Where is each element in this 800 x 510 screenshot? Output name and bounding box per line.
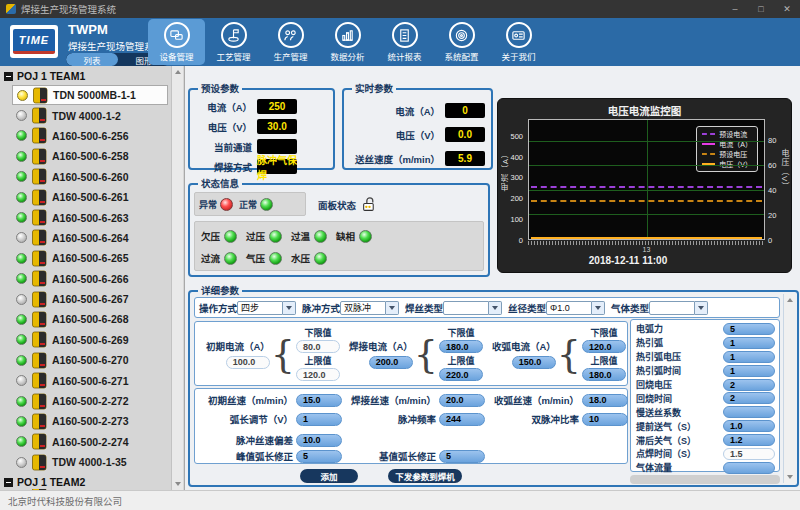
welder-icon <box>33 87 48 104</box>
param-field[interactable]: 1 <box>296 413 342 426</box>
device-status-led-icon <box>16 416 27 427</box>
type-dropdown[interactable]: 焊丝类型 <box>405 301 502 315</box>
about-us-icon <box>506 22 532 48</box>
nav-data-analysis[interactable]: 数据分析 <box>319 19 376 65</box>
param-field[interactable]: 1 <box>723 337 775 349</box>
param-field[interactable]: 18.0 <box>582 394 628 407</box>
list-item[interactable]: A160-500-6-263 <box>12 207 168 227</box>
scroll-up-icon[interactable] <box>175 70 181 74</box>
list-item[interactable]: A160-500-6-258 <box>12 146 168 166</box>
upper-limit-field[interactable]: 120.0 <box>296 368 340 381</box>
param-row: 回烧时间 2 <box>631 391 779 405</box>
param-value-display: 250 <box>257 99 297 114</box>
param-field[interactable]: 1.2 <box>723 434 775 446</box>
panel-status-label: 面板状态 <box>318 198 356 212</box>
list-item[interactable]: A160-500-6-268 <box>12 309 168 329</box>
nav-statistics-report[interactable]: 统计报表 <box>376 19 433 65</box>
type-dropdown[interactable]: 丝径类型 Φ1.0 <box>508 301 605 315</box>
send-params-button[interactable]: 下发参数到焊机 <box>388 469 462 483</box>
dropdown-arrow-icon[interactable] <box>695 301 708 315</box>
dropdown-arrow-icon[interactable] <box>592 301 605 315</box>
list-item[interactable]: A160-500-6-266 <box>12 269 168 289</box>
collapse-icon[interactable] <box>4 478 13 487</box>
legend-item: 预设电流 <box>702 129 752 139</box>
list-item[interactable]: A160-500-6-261 <box>12 187 168 207</box>
param-field[interactable]: 15.0 <box>296 394 342 407</box>
list-item[interactable]: A160-500-6-264 <box>12 228 168 248</box>
param-field[interactable]: 5 <box>723 323 775 335</box>
dropdown-arrow-icon[interactable] <box>386 301 399 315</box>
list-item[interactable]: A160-500-2-273 <box>12 411 168 431</box>
nav-production-manage[interactable]: 生产管理 <box>262 19 319 65</box>
list-item[interactable]: A160-500-6-269 <box>12 330 168 350</box>
arc-settings-panel: 电弧力 5 热引弧 1 热引弧电压 1 热引弧时间 1 <box>630 319 780 472</box>
dropdown-value[interactable]: Φ1.0 <box>546 301 592 315</box>
param-cell: 弧长调节（V） 1 <box>199 412 342 426</box>
maximize-button[interactable]: □ <box>748 0 774 18</box>
scroll-down-icon[interactable] <box>175 482 181 486</box>
scroll-up-icon[interactable] <box>787 298 793 302</box>
tree-group-team1[interactable]: POJ 1 TEAM1 <box>4 69 184 83</box>
param-field[interactable]: 1.0 <box>723 420 775 432</box>
current-value-field[interactable]: 150.0 <box>512 356 556 369</box>
param-field[interactable]: 244 <box>439 413 485 426</box>
nav-about-us[interactable]: 关于我们 <box>490 19 547 65</box>
list-item[interactable]: A160-500-6-256 <box>12 126 168 146</box>
add-button[interactable]: 添加 <box>300 469 358 483</box>
dropdown-arrow-icon[interactable] <box>283 301 296 315</box>
minimize-button[interactable]: – <box>722 0 748 18</box>
list-item[interactable]: A160-500-6-270 <box>12 350 168 370</box>
upper-limit-field[interactable]: 180.0 <box>582 368 626 381</box>
dropdown-value[interactable]: 四步 <box>237 301 283 315</box>
chart-title: 电压电流监控图 <box>498 103 791 118</box>
scroll-down-icon[interactable] <box>787 475 793 479</box>
nav-process-manage[interactable]: 工艺管理 <box>205 19 262 65</box>
list-item[interactable]: TDW 4000-1-2 <box>12 105 168 125</box>
param-field[interactable]: 1 <box>723 365 775 377</box>
list-item[interactable]: A160-500-6-271 <box>12 370 168 390</box>
param-field[interactable]: 1.5 <box>723 448 775 460</box>
param-row: 气体流量 <box>631 461 779 475</box>
list-item[interactable]: A160-500-2-274 <box>12 432 168 452</box>
list-item[interactable]: TDN 5000MB-1-1 <box>12 85 168 105</box>
sidebar-scrollbar[interactable] <box>171 66 183 490</box>
upper-limit-field[interactable]: 220.0 <box>439 368 483 381</box>
dropdown-value[interactable]: 双脉冲 <box>340 301 386 315</box>
param-field[interactable] <box>723 462 775 474</box>
type-dropdown[interactable]: 操作方式 四步 <box>199 301 296 315</box>
param-field[interactable]: 10 <box>582 413 628 426</box>
param-field[interactable]: 2 <box>723 379 775 391</box>
param-field[interactable]: 10.0 <box>296 434 342 447</box>
param-cell: 初期丝速（m/min） 15.0 <box>199 393 342 407</box>
current-value-field[interactable]: 200.0 <box>369 356 413 369</box>
tree-group-team2[interactable]: POJ 1 TEAM2 <box>4 475 184 489</box>
list-item[interactable]: A160-500-6-265 <box>12 248 168 268</box>
dropdown-arrow-icon[interactable] <box>489 301 502 315</box>
type-dropdown[interactable]: 气体类型 <box>611 301 708 315</box>
dropdown-value[interactable] <box>649 301 695 315</box>
list-item[interactable]: A160-500-6-260 <box>12 167 168 187</box>
dropdown-value[interactable] <box>443 301 489 315</box>
list-item[interactable]: TDW 4000-1-35 <box>12 452 168 472</box>
list-item[interactable]: A160-500-2-272 <box>12 391 168 411</box>
param-field[interactable]: 1 <box>723 351 775 363</box>
detail-scrollbar[interactable] <box>783 294 795 483</box>
lower-limit-field[interactable]: 80.0 <box>296 340 340 353</box>
lower-limit-field[interactable]: 180.0 <box>439 340 483 353</box>
view-list-button[interactable]: 列表 <box>66 53 118 66</box>
nav-device-manage[interactable]: 设备管理 <box>148 19 205 65</box>
current-value-field[interactable]: 100.0 <box>226 356 270 369</box>
close-button[interactable]: ✕ <box>774 0 800 18</box>
nav-system-config[interactable]: 系统配置 <box>433 19 490 65</box>
horizontal-scrollbar[interactable] <box>630 475 780 484</box>
type-dropdown[interactable]: 脉冲方式 双脉冲 <box>302 301 399 315</box>
param-field[interactable]: 2 <box>723 392 775 404</box>
param-field[interactable]: 20.0 <box>439 394 485 407</box>
param-field[interactable]: 5 <box>296 450 342 463</box>
welder-icon <box>32 148 47 165</box>
param-field[interactable] <box>723 406 775 418</box>
list-item[interactable]: A160-500-6-267 <box>12 289 168 309</box>
param-field[interactable]: 5 <box>439 450 485 463</box>
lower-limit-field[interactable]: 120.0 <box>582 340 626 353</box>
collapse-icon[interactable] <box>4 72 13 81</box>
